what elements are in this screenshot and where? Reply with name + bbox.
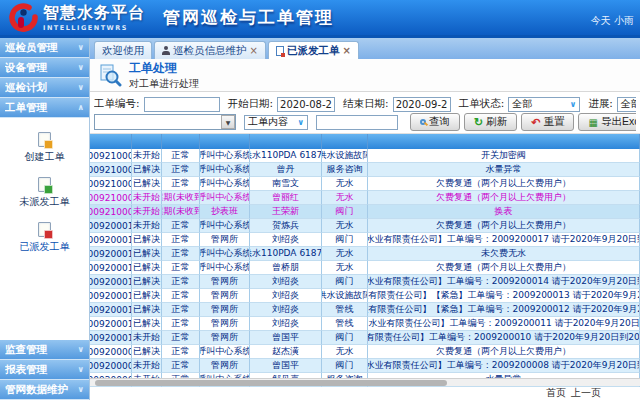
refresh-icon: ↻ [474,116,483,129]
status-cell: 正常 [162,177,200,191]
progress-select[interactable]: 全部 ∨ [617,97,636,112]
order-no-cell: 2009200018 [90,219,132,233]
table-row[interactable]: 2009200013 已解决 正常 管网所 刘绍炎 供水设施故障 【娄底市水业有… [90,289,640,303]
first-page-link[interactable]: 首页 [546,386,566,400]
order-content-cell: 开关加密阀 [368,149,640,163]
handler-cell: 曾国平 [250,359,322,373]
progress-cell: 已解决 [132,317,162,331]
tab[interactable]: 巡检员信息维护 × [154,41,266,59]
document-icon [276,46,284,56]
start-date-input[interactable] [277,97,335,112]
reset-icon: ↶ [531,116,540,129]
chevron-down-icon: ∨ [570,100,577,109]
order-content-cell: 换表 [368,205,640,219]
close-icon[interactable]: × [342,45,350,56]
sidebar-group[interactable]: 报表管理 ∨ ∧ [0,360,89,380]
order-content-cell: 【娄底市水业有限责任公司】【紧急】工单编号：2009200012 请于2020年… [368,303,640,317]
status-cell: 正常 [162,275,200,289]
progress-cell: 已解决 [132,177,162,191]
status-cell: 正常 [162,317,200,331]
handler-cell: 刘绍炎 [250,275,322,289]
sidebar-bottom-groups: 监查管理 ∨ ∧ 报表管理 ∨ ∧ 管网数据维护 ∨ ∧ [0,340,89,400]
sidebar-subitem[interactable]: 已派发工单 [20,222,70,254]
sidebar-group[interactable]: 工单管理 ∨ ∧ [0,98,89,118]
close-icon[interactable]: × [250,45,258,56]
table-row[interactable]: 2009210002 未开始 超期(未收到) 呼叫中心系统 曾丽红 无水 欠费复… [90,191,640,205]
status-cell: 正常 [162,247,200,261]
handler-cell: 供水110PDA 61870 [250,247,322,261]
export-excel-button[interactable]: ▦ 导出Excel [578,113,636,131]
table-row[interactable]: 2009210005 未开始 正常 呼叫中心系统 供水110PDA 61870 … [90,149,640,163]
order-no-cell: 2009200014 [90,275,132,289]
status-select[interactable]: 全部 ∨ [508,97,580,112]
column-header[interactable] [162,134,200,149]
table-row[interactable]: 2009200015 已解决 正常 呼叫中心系统 曾桥朋 无水 欠费复通（两个月… [90,261,640,275]
sidebar-group[interactable]: 监查管理 ∨ ∧ [0,340,89,360]
column-header[interactable] [132,134,162,149]
table-row[interactable]: 2009210001 未开始 超期(未收到) 抄表班 王荣新 阀门 换表 [90,205,640,219]
horizontal-scrollbar[interactable] [90,378,640,386]
search-button[interactable]: 查询 [410,113,460,131]
order-no-cell: 2009210001 [90,205,132,219]
order-no-input[interactable] [144,97,220,112]
order-content-cell: 欠费复通（两个月以上欠费用户） [368,191,640,205]
column-header[interactable] [90,134,132,149]
scrollbar-thumb[interactable] [95,380,447,386]
sidebar-group[interactable]: 设备管理 ∨ ∧ [0,58,89,78]
prev-page-link[interactable]: 上一页 [571,386,601,400]
status-cell: 正常 [162,359,200,373]
logo: 智慧水务平台 INTELLIGENTWRS [8,3,145,33]
chevron-down-icon: ∨ [78,63,85,72]
reset-button[interactable]: ↶ 重置 [521,113,574,131]
table-row[interactable]: 2009200010 未开始 正常 管网所 曾国平 阀门 【娄底市水业有限责任公… [90,331,640,345]
tab[interactable]: 欢迎使用 [94,41,152,59]
order-type-cell: 管线 [322,303,368,317]
table-row[interactable]: 2009200018 未开始 正常 呼叫中心系统 贺炼兵 无水 欠费复通（两个月… [90,219,640,233]
dispatch-dept-cell: 管网所 [200,331,250,345]
table-row[interactable]: 2009200008 未开始 正常 管网所 曾国平 阀门 【娄底市水业有限责任公… [90,359,640,373]
tab[interactable]: 已派发工单 × [268,41,359,59]
table-row[interactable]: 2009200009 已解决 正常 呼叫中心系统 赵杰潢 无水 欠费复通（两个月… [90,345,640,359]
table-header [90,134,640,149]
order-content-cell: 欠费复通（两个月以上欠费用户） [368,219,640,233]
order-content-cell: 水量异常 [368,163,640,177]
section-title: 工单处理 [129,60,199,77]
table-row[interactable]: 2009200011 已解决 正常 管网所 刘绍炎 管线 【娄底市水业有限责任公… [90,317,640,331]
table-row[interactable]: 2009210004 已解决 正常 呼叫中心系统 曾丹 服务咨询 水量异常 [90,163,640,177]
column-header[interactable] [200,134,250,149]
sidebar-group[interactable]: 巡检员管理 ∨ ∧ [0,38,89,58]
sidebar-group[interactable]: 巡检计划 ∨ ∧ [0,78,89,98]
column-header[interactable] [368,134,640,149]
table-row[interactable]: 2009200012 已解决 正常 管网所 刘绍炎 管线 【娄底市水业有限责任公… [90,303,640,317]
keyword-input[interactable] [316,115,398,130]
progress-cell: 未开始 [132,359,162,373]
sidebar-subitem[interactable]: 未派发工单 [20,177,70,209]
order-content-cell: 【娄底市水业有限责任公司】【紧急】工单编号：2009200013 请于2020年… [368,289,640,303]
refresh-button[interactable]: ↻ 刷新 [464,113,517,131]
order-content-cell: 【娄底市水业有限责任公司】工单编号：2009200014 请于2020年9月20… [368,275,640,289]
order-no-cell: 2009200015 [90,261,132,275]
status-cell: 正常 [162,163,200,177]
chevron-down-icon: ∨ [78,365,85,374]
tab-bar: 欢迎使用 巡检员信息维护 × 已派发工单 × [90,38,640,59]
handler-cell: 刘绍炎 [250,317,322,331]
platform-name-en: INTELLIGENTWRS [43,24,145,32]
order-type-cell: 供水设施故障 [322,289,368,303]
table-row[interactable]: 2009200017 已解决 正常 管网所 刘绍炎 阀门 【娄底市水业有限责任公… [90,233,640,247]
sidebar-group[interactable]: 管网数据维护 ∨ ∧ [0,380,89,400]
column-header[interactable] [250,134,322,149]
sidebar-subitem[interactable]: 创建工单 [25,132,65,164]
table-row[interactable]: 2009200016 已解决 正常 呼叫中心系统 供水110PDA 61870 … [90,247,640,261]
progress-cell: 已解决 [132,303,162,317]
column-header[interactable] [322,134,368,149]
progress-cell: 已解决 [132,289,162,303]
table-row[interactable]: 2009200014 已解决 正常 管网所 刘绍炎 阀门 【娄底市水业有限责任公… [90,275,640,289]
create-order-icon [38,132,51,147]
status-cell: 正常 [162,303,200,317]
table-row[interactable]: 2009210003 已解决 正常 呼叫中心系统 南雪文 无水 欠费复通（两个月… [90,177,640,191]
order-select[interactable]: ▼ [94,114,236,130]
dropdown-arrow-icon[interactable]: ▼ [221,115,235,129]
search-field-select[interactable]: 工单内容 ∨ [244,115,308,130]
handler-cell: 供水110PDA 61870 [250,149,322,163]
end-date-input[interactable] [393,97,451,112]
